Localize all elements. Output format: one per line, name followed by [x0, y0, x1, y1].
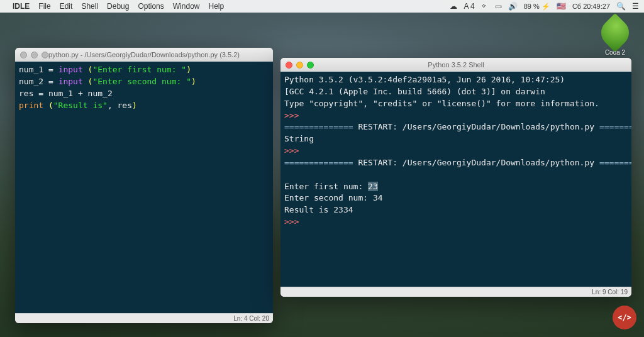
- leaf-icon: [596, 13, 635, 52]
- minimize-icon[interactable]: [296, 62, 303, 69]
- display-icon[interactable]: ▭: [495, 2, 502, 11]
- cloud-icon[interactable]: ☁: [450, 2, 457, 11]
- wifi-icon[interactable]: ᯤ: [481, 2, 489, 11]
- menubar: IDLE File Edit Shell Debug Options Windo…: [0, 0, 644, 13]
- editor-window[interactable]: python.py - /Users/GeorgiyDudar/Download…: [15, 48, 273, 323]
- menu-app-name[interactable]: IDLE: [13, 2, 30, 11]
- watermark-badge: </>: [613, 306, 636, 329]
- clock[interactable]: Сб 20:49:27: [572, 3, 610, 10]
- volume-icon[interactable]: 🔊: [508, 2, 518, 11]
- shell-titlebar[interactable]: Python 3.5.2 Shell: [280, 58, 631, 72]
- shell-window[interactable]: Python 3.5.2 Shell Python 3.5.2 (v3.5.2:…: [280, 58, 631, 297]
- spotlight-icon[interactable]: 🔍: [616, 2, 626, 11]
- menu-help[interactable]: Help: [208, 2, 224, 11]
- adobe-icon[interactable]: A 4: [464, 2, 474, 11]
- traffic-lights: [20, 52, 48, 58]
- traffic-lights: [286, 62, 314, 69]
- minimize-icon[interactable]: [31, 52, 38, 58]
- desktop-icon-coda[interactable]: Coda 2: [597, 19, 633, 56]
- menubar-right: ☁ A 4 ᯤ ▭ 🔊 89 % ⚡ 🇺🇸 Сб 20:49:27 🔍 ☰: [450, 2, 639, 11]
- editor-title: python.py - /Users/GeorgiyDudar/Download…: [15, 51, 273, 58]
- menu-debug[interactable]: Debug: [107, 2, 129, 11]
- flag-icon[interactable]: 🇺🇸: [557, 2, 566, 11]
- editor-status: Ln: 4 Col: 20: [15, 313, 273, 323]
- zoom-icon[interactable]: [42, 52, 48, 58]
- menu-edit[interactable]: Edit: [60, 2, 73, 11]
- battery-percent[interactable]: 89 % ⚡: [524, 3, 550, 11]
- shell-status: Ln: 9 Col: 19: [280, 287, 631, 297]
- shell-body[interactable]: Python 3.5.2 (v3.5.2:4def2a2901a5, Jun 2…: [280, 72, 631, 287]
- menu-options[interactable]: Options: [138, 2, 164, 11]
- menu-shell[interactable]: Shell: [81, 2, 98, 11]
- editor-body[interactable]: num_1 = input ("Enter first num: ") num_…: [15, 62, 273, 313]
- close-icon[interactable]: [20, 52, 27, 58]
- shell-title: Python 3.5.2 Shell: [280, 61, 631, 69]
- notification-center-icon[interactable]: ☰: [632, 2, 639, 11]
- zoom-icon[interactable]: [307, 62, 314, 69]
- close-icon[interactable]: [286, 62, 292, 69]
- menu-file[interactable]: File: [38, 2, 50, 11]
- menu-window[interactable]: Window: [173, 2, 200, 11]
- editor-titlebar[interactable]: python.py - /Users/GeorgiyDudar/Download…: [15, 48, 273, 62]
